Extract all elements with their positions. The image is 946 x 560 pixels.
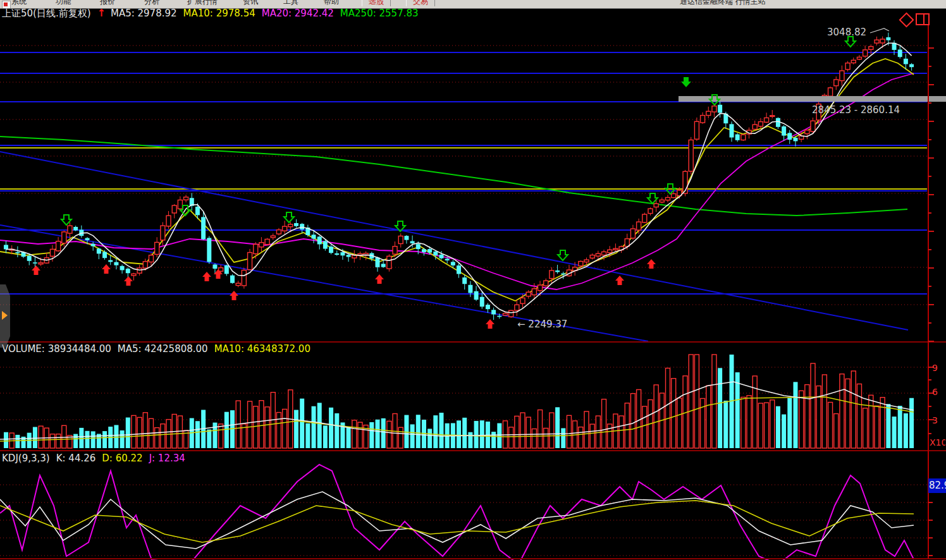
candles [4, 33, 914, 320]
ma20-value: MA20: 2942.42 [262, 8, 334, 19]
ma10-value: MA10: 2978.54 [183, 8, 255, 19]
high-price-label: 3048.82 [827, 27, 866, 38]
kdj-grid [0, 485, 927, 556]
kdj-d-value: D: 60.22 [102, 453, 142, 464]
volume-ma10-value: MA10: 46348372.00 [214, 343, 310, 355]
kdj-j-value: J: 12.34 [149, 453, 185, 464]
chart-title: 上证50(日线.前复权) [2, 8, 91, 19]
ma10-line [0, 59, 914, 301]
kdj-axis-value-badge: 82.9 [928, 478, 946, 493]
price-panel-header: 上证50(日线.前复权)↑MA5: 2978.92MA10: 2978.54MA… [2, 8, 425, 19]
gap-range-label: 2845.23 - 2860.14 [812, 104, 900, 116]
trading-app-window: 通达信金融终端 行情主站 系统功能报价分析扩展行情资讯工具帮助选股交易 上证50… [0, 0, 946, 560]
window-split-line [923, 15, 924, 24]
kdj-k-value: K: 44.26 [56, 453, 96, 464]
chart-canvas[interactable] [0, 0, 946, 560]
up-arrow-icon: ↑ [97, 7, 106, 19]
high-pointer-line [870, 28, 889, 33]
left-arrow-icon: ← [517, 319, 525, 330]
ma5-value: MA5: 2978.92 [111, 8, 177, 19]
ma20-line [0, 73, 914, 289]
volume-ma5-value: MA5: 42425808.00 [118, 343, 208, 355]
kdj-name: KDJ(9,3,3) [2, 453, 50, 464]
expand-arrow-icon [2, 311, 8, 320]
volume-axis-tick-3: 3 [932, 415, 938, 425]
volume-axis-tick-9: 9 [932, 363, 938, 373]
volume-axis-multiplier: X10 [930, 437, 945, 447]
ma250-value: MA250: 2557.83 [340, 8, 419, 19]
kdj-j-line [0, 465, 914, 560]
volume-axis-tick-6: 6 [932, 387, 938, 397]
panel-expand-handle[interactable] [0, 284, 10, 348]
price-levels [0, 52, 927, 294]
low-price-label: ← 2249.37 [517, 319, 567, 330]
volume-value: VOLUME: 38934484.00 [2, 343, 111, 355]
kdj-panel-header: KDJ(9,3,3)K: 44.26D: 60.22J: 12.34 [2, 453, 192, 464]
price-grid [0, 46, 927, 305]
trendlines [0, 152, 908, 341]
window-layout-icon[interactable] [916, 13, 930, 25]
volume-panel-header: VOLUME: 38934484.00MA5: 42425808.00MA10:… [2, 343, 317, 355]
